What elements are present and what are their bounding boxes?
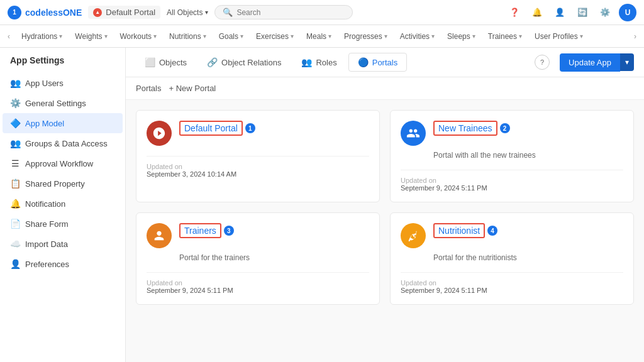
search-icon: 🔍 bbox=[223, 8, 233, 17]
nav-item-meals[interactable]: Meals▾ bbox=[300, 25, 338, 48]
search-input[interactable] bbox=[236, 8, 345, 17]
app-logo[interactable]: 1 codelessONE bbox=[8, 6, 82, 19]
portal-updated: Updated on September 3, 2024 10:14 AM bbox=[147, 156, 369, 178]
sidebar-item-approval-workflow[interactable]: ☰ Approval Workflow bbox=[0, 153, 125, 173]
tab-objects[interactable]: ⬜ Objects bbox=[136, 53, 196, 71]
info-icon[interactable]: ? bbox=[535, 55, 550, 70]
sidebar-item-notification[interactable]: 🔔 Notification bbox=[0, 194, 125, 214]
nav-item-goals[interactable]: Goals▾ bbox=[213, 25, 250, 48]
portals-subheader: Portals + New Portal bbox=[126, 77, 644, 100]
content-area: ⬜ Objects 🔗 Object Relations 👥 Roles 🔵 P… bbox=[126, 48, 644, 362]
avatar[interactable]: U bbox=[619, 4, 636, 21]
history-icon[interactable]: 🔄 bbox=[574, 4, 591, 21]
sidebar-item-label: Notification bbox=[25, 199, 65, 209]
sidebar-item-share-form[interactable]: 📄 Share Form bbox=[0, 214, 125, 234]
nav-item-exercises[interactable]: Exercises▾ bbox=[250, 25, 300, 48]
topbar-icons: ❓ 🔔 👤 🔄 ⚙️ U bbox=[506, 4, 636, 21]
portal-logo bbox=[401, 223, 426, 248]
workflow-icon: ☰ bbox=[10, 158, 20, 168]
sidebar-item-label: Groups & Data Access bbox=[25, 139, 108, 148]
nav-item-trainees[interactable]: Trainees▾ bbox=[482, 25, 528, 48]
main-layout: App Settings 👥 App Users ⚙️ General Sett… bbox=[0, 48, 644, 362]
nav-item-workouts[interactable]: Workouts▾ bbox=[114, 25, 163, 48]
portal-card-default[interactable]: Default Portal 1 Updated on September 3,… bbox=[136, 110, 380, 202]
portal-name-row: Nutritionist 4 bbox=[433, 223, 497, 238]
chevron-icon: ▾ bbox=[291, 33, 294, 40]
users-icon: 👥 bbox=[10, 78, 20, 88]
nav-item-hydrations[interactable]: Hydrations▾ bbox=[15, 25, 69, 48]
portal-name-row: Default Portal 1 bbox=[179, 121, 255, 136]
portals-breadcrumb[interactable]: Portals bbox=[136, 84, 161, 93]
tab-portals[interactable]: 🔵 Portals bbox=[348, 53, 407, 72]
sidebar-item-app-users[interactable]: 👥 App Users bbox=[0, 73, 125, 93]
all-objects-label: All Objects bbox=[167, 8, 203, 17]
new-portal-button[interactable]: + New Portal bbox=[169, 84, 216, 93]
update-app-button[interactable]: Update App bbox=[560, 53, 620, 72]
nav-item-progresses[interactable]: Progresses▾ bbox=[338, 25, 394, 48]
nav-prev-arrow[interactable]: ‹ bbox=[3, 25, 15, 48]
chevron-icon: ▾ bbox=[104, 33, 108, 40]
chevron-icon: ▾ bbox=[384, 33, 387, 40]
nav-next-arrow[interactable]: › bbox=[629, 25, 641, 48]
sidebar-item-app-model[interactable]: 🔷 App Model bbox=[3, 113, 123, 133]
nav-item-activities[interactable]: Activities▾ bbox=[394, 25, 441, 48]
portal-card-trainers[interactable]: Trainers 3 Portal for the trainers Updat… bbox=[136, 212, 380, 305]
portal-description: Portal for the nutritionists bbox=[433, 253, 623, 262]
sidebar-item-general-settings[interactable]: ⚙️ General Settings bbox=[0, 93, 125, 113]
tab-roles[interactable]: 👥 Roles bbox=[292, 53, 345, 71]
sidebar: App Settings 👥 App Users ⚙️ General Sett… bbox=[0, 48, 126, 362]
notification-icon[interactable]: 🔔 bbox=[528, 4, 546, 21]
tab-object-relations[interactable]: 🔗 Object Relations bbox=[198, 53, 290, 71]
nav-item-weights[interactable]: Weights▾ bbox=[69, 25, 113, 48]
topbar: 1 codelessONE ▲ Default Portal All Objec… bbox=[0, 0, 644, 25]
form-icon: 📄 bbox=[10, 219, 20, 229]
preferences-icon: 👤 bbox=[10, 259, 20, 269]
roles-icon: 👥 bbox=[301, 57, 312, 67]
model-icon: 🔷 bbox=[10, 118, 20, 128]
portal-name-wrap: Default Portal 1 bbox=[179, 121, 255, 136]
portal-updated-label: Updated on bbox=[147, 163, 369, 170]
portal-name-wrap: Trainers 3 bbox=[179, 223, 234, 238]
logo-icon: 1 bbox=[8, 6, 21, 19]
sidebar-item-shared-property[interactable]: 📋 Shared Property bbox=[0, 173, 125, 194]
portal-card-nutritionist[interactable]: Nutritionist 4 Portal for the nutritioni… bbox=[390, 212, 634, 305]
bell-icon: 🔔 bbox=[10, 199, 20, 209]
portal-updated: Updated on September 9, 2024 5:11 PM bbox=[401, 170, 623, 192]
shared-icon: 📋 bbox=[10, 178, 20, 189]
settings-icon[interactable]: ⚙️ bbox=[596, 4, 614, 21]
sidebar-item-label: App Users bbox=[25, 79, 64, 88]
help-icon[interactable]: ❓ bbox=[506, 4, 523, 21]
nav-item-nutritions[interactable]: Nutritions▾ bbox=[163, 25, 213, 48]
chevron-icon: ▾ bbox=[240, 33, 243, 40]
portal-card-new-trainees[interactable]: New Trainees 2 Portal with all the new t… bbox=[390, 110, 634, 202]
nav-item-user-profiles[interactable]: User Profiles▾ bbox=[528, 25, 589, 48]
chevron-icon: ▾ bbox=[59, 33, 62, 40]
nav-item-sleeps[interactable]: Sleeps▾ bbox=[441, 25, 482, 48]
chevron-down-icon: ▾ bbox=[205, 9, 208, 16]
portal-selector[interactable]: ▲ Default Portal bbox=[88, 6, 160, 19]
header-actions: ? Update App ▾ bbox=[535, 53, 634, 72]
portal-name: Default Portal bbox=[179, 121, 243, 136]
portal-badge: 2 bbox=[500, 123, 510, 133]
sidebar-item-label: Approval Workflow bbox=[25, 159, 93, 168]
portal-name-row: Trainers 3 bbox=[179, 223, 234, 238]
sidebar-item-label: App Model bbox=[25, 119, 64, 128]
portal-description: Portal for the trainers bbox=[179, 253, 369, 262]
update-app-dropdown-arrow[interactable]: ▾ bbox=[620, 53, 634, 71]
sidebar-item-preferences[interactable]: 👤 Preferences bbox=[0, 254, 125, 274]
sidebar-item-import-data[interactable]: ☁️ Import Data bbox=[0, 234, 125, 254]
all-objects-dropdown[interactable]: All Objects ▾ bbox=[167, 8, 208, 17]
portal-updated-date: September 3, 2024 10:14 AM bbox=[147, 170, 369, 178]
chevron-icon: ▾ bbox=[431, 33, 435, 40]
users-icon[interactable]: 👤 bbox=[551, 4, 569, 21]
portal-name: Trainers bbox=[179, 223, 221, 238]
search-bar[interactable]: 🔍 bbox=[214, 5, 353, 19]
sidebar-item-label: Preferences bbox=[25, 260, 69, 269]
portal-updated-label: Updated on bbox=[147, 279, 369, 287]
portal-card-top: Default Portal 1 bbox=[147, 121, 369, 146]
update-app-btn-group: Update App ▾ bbox=[560, 53, 634, 72]
sidebar-item-groups-data-access[interactable]: 👥 Groups & Data Access bbox=[0, 133, 125, 153]
portal-updated-label: Updated on bbox=[401, 177, 623, 184]
sidebar-title: App Settings bbox=[0, 55, 125, 73]
portal-name-wrap: New Trainees 2 bbox=[433, 121, 510, 136]
